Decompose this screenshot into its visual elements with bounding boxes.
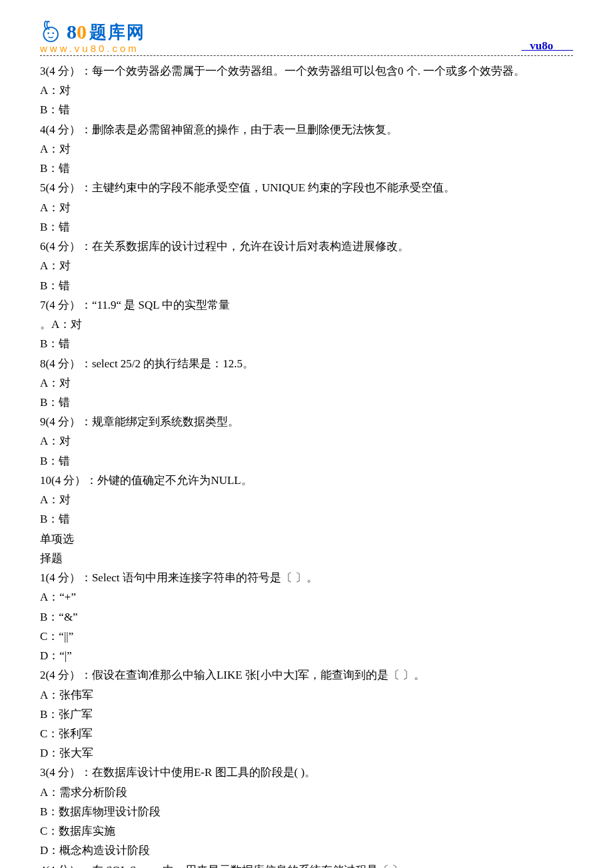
text-line: 单项选 — [40, 529, 573, 549]
text-line: D：概念构造设计阶段 — [40, 841, 573, 860]
logo-digit-8: 8 — [67, 21, 77, 43]
text-line: B：“&” — [40, 607, 573, 627]
logo-cn-text: 题库网 — [89, 21, 145, 44]
text-line: B：错 — [40, 393, 573, 412]
text-line: C：数据库实施 — [40, 821, 573, 841]
text-line: C：“||” — [40, 627, 573, 646]
text-line: 5(4 分）：主键约束中的字段不能承受空值，UNIQUE 约束的字段也不能承受空… — [40, 178, 573, 197]
svg-point-2 — [52, 32, 54, 34]
text-line: B：错 — [40, 334, 573, 353]
text-line: A：对 — [40, 198, 573, 217]
page-container: 8 0 题库网 www.vu80.com vu8o 3(4 分）：每一个效劳器必… — [0, 0, 613, 868]
text-line: A：对 — [40, 431, 573, 451]
text-line: 8(4 分）：select 25/2 的执行结果是：12.5。 — [40, 354, 573, 373]
text-line: B：数据库物理设计阶段 — [40, 802, 573, 821]
logo-text: 8 0 题库网 — [67, 21, 145, 44]
rabbit-icon — [40, 20, 64, 44]
text-line: 10(4 分）：外键的值确定不允许为NULL。 — [40, 471, 573, 490]
text-line: A：对 — [40, 490, 573, 509]
logo-top: 8 0 题库网 — [40, 20, 145, 44]
text-line: 9(4 分）：规章能绑定到系统数据类型。 — [40, 412, 573, 431]
text-line: B：错 — [40, 451, 573, 471]
header-link[interactable]: vu8o — [522, 39, 573, 54]
text-line: A：需求分析阶段 — [40, 783, 573, 802]
text-line: A：张伟军 — [40, 685, 573, 705]
text-line: A：对 — [40, 256, 573, 275]
text-line: D：“|” — [40, 646, 573, 665]
text-line: A：对 — [40, 373, 573, 393]
text-line: B：错 — [40, 100, 573, 119]
text-line: 择题 — [40, 549, 573, 568]
header-row: 8 0 题库网 www.vu80.com vu8o — [40, 20, 573, 54]
svg-point-0 — [43, 27, 58, 42]
text-line: 3(4 分）：在数据库设计中使用E-R 图工具的阶段是( )。 — [40, 763, 573, 782]
text-line: 4(4 分）：在 SQL Server 中，用来显示数据库信息的系统存储过程是〔… — [40, 861, 573, 868]
text-line: 6(4 分）：在关系数据库的设计过程中，允许在设计后对表构造进展修改。 — [40, 237, 573, 256]
text-line: 2(4 分）：假设在查询准那么中输入LIKE 张[小中大]军，能查询到的是〔 〕… — [40, 665, 573, 685]
text-line: C：张利军 — [40, 724, 573, 743]
text-line: B：错 — [40, 217, 573, 237]
text-line: 1(4 分）：Select 语句中用来连接字符串的符号是〔 〕。 — [40, 568, 573, 587]
text-line: 4(4 分）：删除表是必需留神留意的操作，由于表一旦删除便无法恢复。 — [40, 120, 573, 139]
text-line: A：对 — [40, 81, 573, 100]
site-logo: 8 0 题库网 www.vu80.com — [40, 20, 145, 54]
text-line: 。A：对 — [40, 315, 573, 334]
text-line: 3(4 分）：每一个效劳器必需属于一个效劳器组。一个效劳器组可以包含0 个. 一… — [40, 61, 573, 81]
svg-point-1 — [47, 32, 49, 34]
logo-url: www.vu80.com — [40, 43, 139, 54]
logo-digit-0: 0 — [77, 21, 87, 43]
document-body: 3(4 分）：每一个效劳器必需属于一个效劳器组。一个效劳器组可以包含0 个. 一… — [40, 61, 573, 868]
text-line: A：“+” — [40, 587, 573, 607]
header-divider — [40, 55, 573, 56]
text-line: B：张广军 — [40, 705, 573, 724]
text-line: B：错 — [40, 276, 573, 295]
text-line: B：错 — [40, 509, 573, 529]
text-line: B：错 — [40, 159, 573, 178]
text-line: A：对 — [40, 139, 573, 159]
text-line: 7(4 分）：“11.9“ 是 SQL 中的实型常量 — [40, 295, 573, 315]
text-line: D：张大军 — [40, 743, 573, 763]
